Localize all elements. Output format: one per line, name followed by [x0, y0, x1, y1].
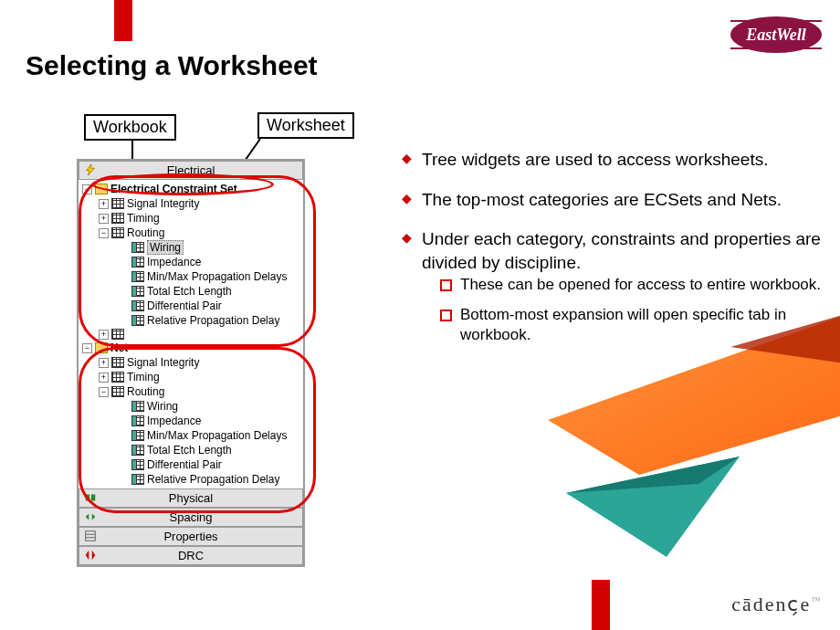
- worksheet-icon: [131, 286, 144, 297]
- worksheet-icon: [131, 315, 144, 326]
- tree-label: Min/Max Propagation Delays: [147, 429, 287, 442]
- expand-icon[interactable]: +: [99, 358, 109, 368]
- worksheet-icon: [131, 430, 144, 441]
- tree-label: Signal Integrity: [127, 356, 199, 369]
- worksheet-icon: [131, 474, 144, 485]
- tree-node-ecs-impedance[interactable]: Impedance: [79, 255, 303, 269]
- tree-label: Wiring: [147, 400, 178, 413]
- expand-icon[interactable]: +: [99, 330, 109, 340]
- tree-node-net-timing[interactable]: + Timing: [79, 370, 303, 384]
- folder-icon: [95, 342, 108, 353]
- workbook-icon: [111, 386, 124, 397]
- tree-node-ecs-wiring[interactable]: Wiring: [79, 240, 303, 255]
- worksheet-icon: [131, 300, 144, 311]
- section-spacing[interactable]: Spacing: [79, 508, 303, 527]
- tree-node-ecs-si[interactable]: + Signal Integrity: [79, 196, 303, 211]
- bullet-list: Tree widgets are used to access workshee…: [402, 148, 822, 362]
- collapse-icon[interactable]: −: [82, 343, 92, 353]
- tree-node-obscured[interactable]: +: [79, 328, 303, 341]
- tree-label: Signal Integrity: [127, 197, 199, 210]
- tree-label: Differential Pair: [147, 299, 222, 312]
- bullet-item: The top-most categories are ECSets and N…: [402, 188, 822, 212]
- tree-node-net-impedance[interactable]: Impedance: [79, 414, 303, 428]
- collapse-icon[interactable]: −: [99, 228, 109, 238]
- collapse-icon[interactable]: −: [82, 184, 92, 194]
- workbook-icon: [111, 227, 124, 238]
- tree-label: Routing: [127, 385, 164, 398]
- tree-node-ecs-timing[interactable]: + Timing: [79, 211, 303, 226]
- bullet-item: Under each category, constraints and pro…: [402, 227, 822, 346]
- worksheet-panel: Electrical − Electrical Constraint Set +…: [77, 159, 305, 567]
- section-label: Properties: [163, 530, 217, 543]
- sub-bullet-item: Bottom-most expansion will open specific…: [440, 305, 822, 347]
- tree-label: Relative Propagation Delay: [147, 314, 279, 327]
- tree-node-ecs-mmpd[interactable]: Min/Max Propagation Delays: [79, 269, 303, 284]
- sub-bullet-item: These can be opened for access to entire…: [440, 275, 822, 296]
- tree-node-net-dp[interactable]: Differential Pair: [79, 457, 303, 472]
- tree-node-net[interactable]: − Net: [79, 341, 303, 355]
- tree-label: Differential Pair: [147, 458, 222, 471]
- workbook-icon: [111, 372, 124, 383]
- worksheet-icon: [131, 271, 144, 282]
- tree-node-ecs-routing[interactable]: − Routing: [79, 226, 303, 240]
- properties-icon: [83, 530, 98, 542]
- workbook-icon: [111, 198, 124, 209]
- tree-node-net-routing[interactable]: − Routing: [79, 384, 303, 399]
- callout-workbook: Workbook: [84, 114, 176, 141]
- expand-icon[interactable]: +: [99, 214, 109, 224]
- tree-node-net-mmpd[interactable]: Min/Max Propagation Delays: [79, 428, 303, 443]
- tree-label: Impedance: [147, 256, 201, 268]
- section-label: DRC: [178, 549, 204, 562]
- workbook-icon: [111, 213, 124, 224]
- tree-node-net-si[interactable]: + Signal Integrity: [79, 355, 303, 370]
- svg-marker-6: [86, 551, 89, 561]
- tree-label: Wiring: [147, 240, 184, 255]
- section-label: Electrical: [167, 163, 215, 177]
- workbook-icon: [111, 329, 124, 340]
- tree-node-ecs-dp[interactable]: Differential Pair: [79, 299, 303, 313]
- worksheet-icon: [131, 242, 144, 253]
- eastwell-logo: EastWell: [730, 16, 822, 53]
- slide-title: Selecting a Worksheet: [26, 50, 318, 81]
- bullet-item: Tree widgets are used to access workshee…: [402, 148, 822, 172]
- svg-rect-3: [86, 531, 96, 541]
- worksheet-icon: [131, 415, 144, 426]
- worksheet-icon: [131, 401, 144, 412]
- expand-icon[interactable]: +: [99, 373, 109, 383]
- svg-rect-2: [91, 495, 95, 501]
- tree-label: Electrical Constraint Set: [110, 183, 237, 195]
- tree-label: Total Etch Length: [147, 285, 232, 298]
- svg-marker-11: [566, 457, 740, 493]
- worksheet-icon: [131, 459, 144, 470]
- tree-node-ecs[interactable]: − Electrical Constraint Set: [79, 182, 303, 196]
- section-physical[interactable]: Physical: [79, 488, 303, 508]
- section-label: Spacing: [170, 510, 213, 524]
- tree-label: Impedance: [147, 415, 201, 427]
- tree-node-net-rpd[interactable]: Relative Propagation Delay: [79, 472, 303, 487]
- tree-label: Net: [110, 341, 128, 354]
- tree-node-ecs-rpd[interactable]: Relative Propagation Delay: [79, 313, 303, 328]
- tree-node-ecs-tel[interactable]: Total Etch Length: [79, 284, 303, 299]
- svg-marker-10: [566, 457, 740, 557]
- cadence-logo: cādenc̗e™: [731, 593, 822, 616]
- section-properties[interactable]: Properties: [79, 527, 303, 546]
- tree-node-net-tel[interactable]: Total Etch Length: [79, 443, 303, 457]
- drc-icon: [83, 549, 98, 562]
- svg-marker-7: [92, 551, 96, 561]
- tree-label: Timing: [127, 371, 160, 383]
- callout-worksheet: Worksheet: [257, 112, 354, 139]
- tree-label: Timing: [127, 212, 160, 225]
- tree-label: Total Etch Length: [147, 444, 232, 457]
- section-electrical[interactable]: Electrical: [79, 161, 303, 180]
- section-drc[interactable]: DRC: [79, 546, 303, 565]
- tree-label: Min/Max Propagation Delays: [147, 270, 287, 283]
- workbook-icon: [111, 357, 124, 368]
- spacing-icon: [83, 510, 98, 523]
- expand-icon[interactable]: +: [99, 199, 109, 209]
- collapse-icon[interactable]: −: [99, 387, 109, 397]
- folder-icon: [95, 184, 108, 194]
- tree-node-net-wiring[interactable]: Wiring: [79, 399, 303, 414]
- worksheet-icon: [131, 445, 144, 456]
- worksheet-icon: [131, 257, 144, 268]
- lightning-icon: [83, 163, 98, 176]
